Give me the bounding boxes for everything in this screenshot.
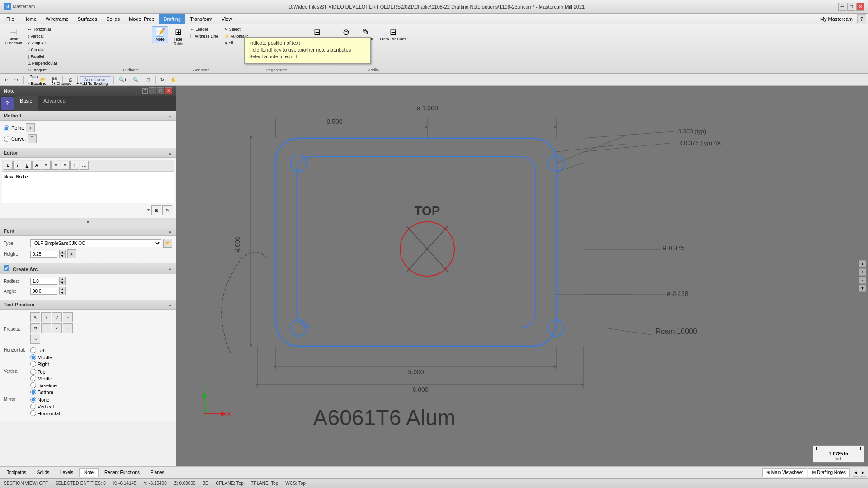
mirror-horizontal-radio[interactable] [30,410,36,416]
angle-up-button[interactable]: ▲ [59,287,66,291]
menu-view[interactable]: View [217,14,237,24]
fit-button[interactable]: ⊡ [144,76,153,83]
tab-levels[interactable]: Levels [55,468,78,477]
menu-my-mastercam[interactable]: My Mastercam [816,14,857,24]
text-position-section-header[interactable]: Text Position ▲ [0,300,176,310]
font-height-input[interactable]: 0.25 [30,251,57,258]
panel-close-button[interactable]: ✕ [165,87,172,94]
tangent-dim-button[interactable]: ⊙Tangent [25,67,110,73]
menu-model-prep[interactable]: Model Prep [124,14,159,24]
editor-section-header[interactable]: Editor ▲ [0,148,176,158]
main-viewsheet-tab[interactable]: ⊞ Main Viewsheet [762,468,807,477]
preset-bc-button[interactable]: ↓ [63,323,73,333]
tab-scroll-right[interactable]: ► [860,469,866,477]
h-left-radio[interactable] [30,347,36,353]
tab-note[interactable]: Note [79,468,99,477]
editor-italic-button[interactable]: I [13,161,22,170]
preset-tc-button[interactable]: ↑ [41,312,51,322]
tab-toolpaths[interactable]: Toolpaths [2,468,31,477]
nav-up-button[interactable]: ▲ [859,260,866,267]
tab-recent-functions[interactable]: Recent Functions [99,468,145,477]
editor-symbol-button[interactable]: ○ [70,161,79,170]
editor-more-button[interactable]: … [80,161,89,170]
vertical-dim-button[interactable]: ↕Vertical [25,33,110,39]
panel-help-icon[interactable]: ? [142,88,148,94]
tab-basic[interactable]: Basic [14,96,38,111]
radius-input[interactable]: 1.0 [30,278,57,285]
select-button[interactable]: ↖Select [222,26,251,33]
v-middle-radio[interactable] [30,375,36,381]
angle-spinner[interactable]: ▲ ▼ [59,287,66,295]
angle-input[interactable]: 90.0 [30,288,57,295]
menu-home[interactable]: Home [19,14,41,24]
menu-surfaces[interactable]: Surfaces [73,14,102,24]
circular-dim-button[interactable]: ○Circular [25,47,110,53]
panel-restore-button[interactable]: □ [157,87,164,94]
method-point-radio[interactable] [4,125,9,131]
editor-action-btn1[interactable]: ⊞ [151,205,161,215]
v-top-radio[interactable] [30,369,36,375]
editor-bold-button[interactable]: B [4,161,13,170]
method-point-icon[interactable]: + [26,123,35,132]
font-type-select[interactable]: OLF SimpleSansCJK OC [30,239,161,247]
tab-planes[interactable]: Planes [146,468,170,477]
v-baseline-radio[interactable] [30,382,36,388]
nav-zoom-plus[interactable]: + [859,268,866,276]
height-action-button[interactable]: ⊞ [67,249,76,258]
preset-tr-button[interactable]: ↗ [52,312,62,322]
height-spinner[interactable]: ▲ ▼ [59,250,66,258]
tab-scroll-left[interactable]: ◄ [853,469,859,477]
preset-mc-button[interactable]: ⊡ [30,323,40,333]
height-up-button[interactable]: ▲ [59,250,66,254]
menu-solids[interactable]: Solids [102,14,124,24]
menu-file[interactable]: File [2,14,19,24]
panel-collapse-button[interactable]: ─ [149,87,156,94]
leader-button[interactable]: ←Leader [188,26,221,33]
v-bottom-radio[interactable] [30,389,36,395]
radius-spinner[interactable]: ▲ ▼ [59,277,66,285]
preset-bl-button[interactable]: ↙ [52,323,62,333]
preset-ml-button[interactable]: ← [63,312,73,322]
editor-action-btn2[interactable]: ✎ [162,205,172,215]
point-dim-button[interactable]: ·Point [25,74,110,80]
menu-transform[interactable]: Transform [185,14,217,24]
hole-table-button[interactable]: ⊞ HoleTable [170,26,186,48]
nav-zoom-minus[interactable]: − [859,277,866,284]
canvas-area[interactable]: TOP 0.500 ø 1.000 0.500 (typ) R 0.375 (t… [176,86,868,466]
tab-advanced[interactable]: Advanced [38,96,71,111]
height-down-button[interactable]: ▼ [59,254,66,258]
horizontal-dim-button[interactable]: ↔Horizontal [25,26,110,33]
smart-dimension-button[interactable]: ⊣ SmartDimension [3,26,24,47]
witness-line-button[interactable]: ⊢Witness Line [188,33,221,39]
radius-down-button[interactable]: ▼ [59,281,66,285]
view-rotate-button[interactable]: ↻ [158,76,167,83]
preset-mr-button[interactable]: → [41,323,51,333]
minimize-button[interactable]: ─ [838,3,846,11]
method-section-header[interactable]: Method ▲ [0,111,176,121]
editor-align-center-button[interactable]: ≡ [51,161,60,170]
zoom-in-button[interactable]: 🔍+ [116,76,130,83]
help-button[interactable]: ? [857,14,866,23]
break-into-lines-button[interactable]: ⊟ Break Into Lines [377,26,408,43]
expand-button[interactable]: ▼ [0,218,176,226]
editor-align-right-button[interactable]: ≡ [61,161,70,170]
h-middle-radio[interactable] [30,354,36,360]
menu-wireframe[interactable]: Wireframe [41,14,73,24]
note-text-input[interactable]: New Note [2,172,174,203]
mirror-none-radio[interactable] [30,397,36,403]
preset-br-button[interactable]: ↘ [30,334,40,344]
drafting-notes-tab[interactable]: ⊞ Drafting Notes [808,468,850,477]
method-curve-radio[interactable] [4,136,9,142]
note-button[interactable]: 📝 Note [152,26,168,43]
maximize-button[interactable]: □ [847,3,855,11]
h-right-radio[interactable] [30,361,36,367]
panel-help-button[interactable]: ? [1,97,14,110]
editor-align-left-button[interactable]: ≡ [42,161,51,170]
add-existing-button[interactable]: +Add To Existing [74,80,110,87]
parallel-dim-button[interactable]: ∥Parallel [25,53,110,60]
perpendicular-dim-button[interactable]: ⊥Perpendicular [25,60,110,66]
create-arc-section-header[interactable]: Create Arc ▲ [0,263,176,274]
angular-dim-button[interactable]: ∠Angular [25,40,110,46]
editor-underline-button[interactable]: U [23,161,32,170]
angle-down-button[interactable]: ▼ [59,291,66,295]
